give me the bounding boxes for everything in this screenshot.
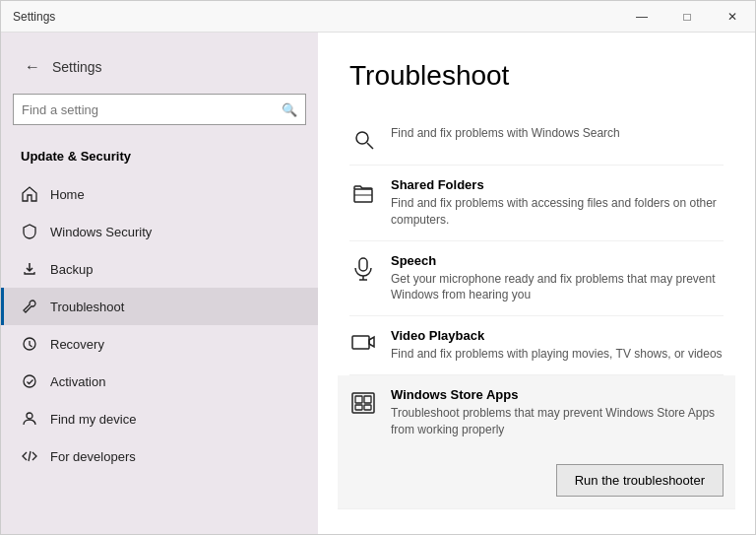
svg-rect-12: [355, 396, 362, 403]
main-content: Troubleshoot Find and fix problems with …: [318, 33, 755, 534]
sidebar-item-backup[interactable]: Backup: [1, 250, 318, 288]
ts-item-windows-store-apps: Windows Store Apps Troubleshoot problems…: [338, 375, 735, 509]
title-bar-controls: — □ ✕: [619, 1, 755, 33]
back-button[interactable]: ←: [21, 56, 44, 78]
svg-point-1: [24, 375, 35, 387]
search-icon[interactable]: 🔍: [274, 94, 305, 125]
activation-icon: [21, 372, 38, 390]
sidebar-item-troubleshoot-label: Troubleshoot: [50, 300, 124, 314]
sidebar-item-windows-security[interactable]: Windows Security: [1, 213, 318, 250]
search-box[interactable]: 🔍: [13, 94, 306, 125]
person-icon: [21, 410, 38, 428]
maximize-button[interactable]: □: [664, 1, 710, 33]
svg-point-3: [356, 132, 368, 144]
backup-icon: [21, 260, 38, 278]
wrench-icon: [21, 298, 38, 315]
sidebar-item-home-label: Home: [50, 187, 85, 202]
sidebar-app-title: Settings: [52, 59, 102, 75]
title-bar: Settings — □ ✕: [1, 1, 755, 33]
sidebar-item-find-my-device[interactable]: Find my device: [1, 400, 318, 437]
ts-item-store-text: Windows Store Apps Troubleshoot problems…: [391, 387, 724, 438]
ts-item-shared-folders: Shared Folders Find and fix problems wit…: [349, 166, 724, 241]
ts-item-store-header: Windows Store Apps Troubleshoot problems…: [349, 387, 724, 438]
window-title: Settings: [13, 10, 55, 24]
search-ts-icon: [349, 125, 377, 153]
windows-store-desc: Troubleshoot problems that may prevent W…: [391, 405, 724, 438]
video-playback-title: Video Playback: [391, 328, 724, 343]
sidebar-item-troubleshoot[interactable]: Troubleshoot: [1, 288, 318, 325]
close-button[interactable]: ✕: [710, 1, 755, 33]
ts-item-speech-text: Speech Get your microphone ready and fix…: [391, 253, 724, 304]
sidebar-item-recovery-label: Recovery: [50, 337, 104, 352]
svg-rect-13: [364, 396, 371, 403]
sidebar-section-title: Update & Security: [1, 141, 318, 175]
svg-rect-7: [359, 258, 367, 271]
video-playback-desc: Find and fix problems with playing movie…: [391, 346, 724, 363]
folder-ts-icon: [349, 179, 377, 207]
ts-item-speech: Speech Get your microphone ready and fix…: [349, 241, 724, 317]
speech-desc: Get your microphone ready and fix proble…: [391, 271, 724, 304]
home-icon: [21, 185, 38, 203]
run-troubleshooter-button[interactable]: Run the troubleshooter: [556, 464, 724, 497]
speech-title: Speech: [391, 253, 724, 268]
svg-line-4: [367, 143, 373, 149]
sidebar-item-for-developers-label: For developers: [50, 449, 136, 464]
windows-store-title: Windows Store Apps: [391, 387, 724, 402]
ts-item-shared-folders-text: Shared Folders Find and fix problems wit…: [391, 177, 724, 229]
microphone-ts-icon: [349, 255, 377, 283]
sidebar-item-activation-label: Activation: [50, 374, 105, 389]
sidebar-header: ← Settings: [1, 33, 318, 94]
svg-rect-10: [352, 336, 369, 349]
minimize-button[interactable]: —: [619, 1, 664, 33]
troubleshoot-list: Find and fix problems with Windows Searc…: [349, 111, 724, 509]
windows-search-desc: Find and fix problems with Windows Searc…: [391, 125, 724, 142]
shared-folders-desc: Find and fix problems with accessing fil…: [391, 195, 724, 229]
shield-icon: [21, 223, 38, 240]
ts-item-windows-search: Find and fix problems with Windows Searc…: [349, 111, 724, 166]
sidebar-item-find-my-device-label: Find my device: [50, 412, 136, 427]
window-content: ← Settings 🔍 Update & Security Home: [1, 33, 755, 534]
store-ts-icon: [349, 389, 377, 417]
sidebar-item-home[interactable]: Home: [1, 175, 318, 213]
svg-point-2: [27, 413, 32, 419]
shared-folders-title: Shared Folders: [391, 177, 724, 192]
sidebar-item-activation[interactable]: Activation: [1, 363, 318, 400]
video-ts-icon: [349, 330, 377, 358]
recovery-icon: [21, 335, 38, 353]
sidebar-item-backup-label: Backup: [50, 262, 93, 277]
page-title: Troubleshoot: [349, 60, 724, 92]
sidebar-item-for-developers[interactable]: For developers: [1, 437, 318, 475]
dev-icon: [21, 447, 38, 465]
settings-window: Settings — □ ✕ ← Settings 🔍 Update & Sec…: [0, 0, 756, 535]
sidebar-item-recovery[interactable]: Recovery: [1, 325, 318, 363]
ts-item-windows-search-text: Find and fix problems with Windows Searc…: [391, 123, 724, 142]
title-bar-left: Settings: [13, 10, 55, 24]
svg-rect-14: [355, 405, 362, 410]
sidebar-item-windows-security-label: Windows Security: [50, 225, 152, 239]
sidebar: ← Settings 🔍 Update & Security Home: [1, 33, 318, 534]
search-input[interactable]: [14, 102, 274, 117]
ts-item-video-playback-text: Video Playback Find and fix problems wit…: [391, 328, 724, 363]
ts-item-video-playback: Video Playback Find and fix problems wit…: [349, 316, 724, 375]
svg-rect-15: [364, 405, 371, 410]
